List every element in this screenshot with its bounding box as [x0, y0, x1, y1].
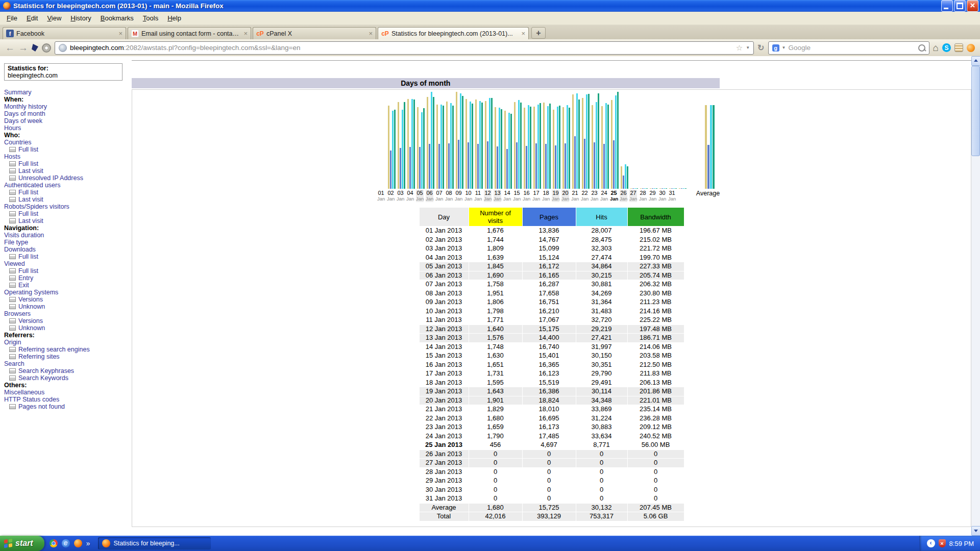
bar-pages [468, 142, 469, 189]
sidebar-item-days-of-week[interactable]: Days of week [4, 117, 132, 124]
table-cell: 27 Jan 2013 [420, 459, 469, 467]
tab-close-icon[interactable]: × [521, 30, 525, 37]
sidebar-item-downloads[interactable]: Downloads [4, 246, 132, 253]
sidebar-item-http-status-codes[interactable]: HTTP Status codes [4, 396, 132, 403]
sidebar-item-summary[interactable]: Summary [4, 89, 132, 96]
addon-pen-icon[interactable] [32, 44, 38, 52]
sidebar-subitem-unknown[interactable]: Unknown [4, 303, 132, 310]
menu-history[interactable]: History [66, 13, 95, 23]
sidebar-subitem-last-visit[interactable]: Last visit [4, 196, 132, 203]
reload-icon[interactable]: ↻ [757, 43, 764, 53]
menu-bookmarks[interactable]: Bookmarks [96, 13, 138, 23]
menu-tools[interactable]: Tools [138, 13, 163, 23]
scroll-down-icon[interactable] [971, 526, 980, 536]
search-input[interactable]: Google [788, 44, 915, 52]
sidebar-item-countries[interactable]: Countries [4, 139, 132, 146]
sidebar-item-viewed[interactable]: Viewed [4, 260, 132, 267]
sidebar-item-days-of-month[interactable]: Days of month [4, 110, 132, 117]
firefox-quicklaunch-icon[interactable] [74, 539, 82, 547]
home-icon[interactable]: ⌂ [933, 43, 939, 53]
url-bar[interactable]: bleepingtech.com:2082/awstats.pl?config=… [55, 41, 754, 55]
tab-close-icon[interactable]: × [243, 30, 248, 37]
start-button[interactable]: start [0, 536, 44, 551]
sidebar-item-monthly-history[interactable]: Monthly history [4, 103, 132, 110]
sidebar-item-miscellaneous[interactable]: Miscellaneous [4, 389, 132, 396]
bookmark-star-icon[interactable]: ☆ [736, 43, 743, 53]
sidebar-item-browsers[interactable]: Browsers [4, 310, 132, 317]
sidebar-item-authenticated-users[interactable]: Authenticated users [4, 182, 132, 189]
chrome-icon[interactable] [50, 539, 58, 547]
url-dropdown-icon[interactable]: ▼ [746, 45, 750, 50]
chart-day-label: 06Jan [426, 190, 433, 202]
google-search-engine-icon[interactable] [772, 44, 779, 52]
addon-orange-icon[interactable] [967, 44, 975, 52]
sidebar-subitem-unknown[interactable]: Unknown [4, 324, 132, 332]
sidebar-item-origin[interactable]: Origin [4, 339, 132, 346]
sidebar-subitem-full-list[interactable]: Full list [4, 160, 132, 167]
sidebar-item-file-type[interactable]: File type [4, 239, 132, 246]
bar-hits [411, 99, 413, 189]
security-shield-icon[interactable] [939, 539, 946, 547]
sidebar-subitem-exit[interactable]: Exit [4, 282, 132, 289]
tab-cpanel-x[interactable]: cPanel X× [253, 27, 376, 39]
sidebar-subitem-unresolved-ip-address[interactable]: Unresolved IP Address [4, 174, 132, 182]
tray-chevron-icon[interactable] [927, 539, 935, 547]
tab-close-icon[interactable]: × [369, 30, 373, 37]
sidebar-subitem-full-list[interactable]: Full list [4, 189, 132, 196]
chart-day-label: 23Jan [591, 190, 598, 202]
sidebar-subitem-referring-search-engines[interactable]: Referring search engines [4, 346, 132, 353]
skype-addon-icon[interactable] [942, 43, 951, 52]
bar-pages [419, 147, 421, 189]
sidebar-subitem-full-list[interactable]: Full list [4, 210, 132, 217]
search-box[interactable]: ▼ Google [768, 41, 929, 55]
sidebar-item-search[interactable]: Search [4, 360, 132, 367]
tab-statistics-for-bleepingtech-co[interactable]: Statistics for bleepingtech.com (2013-01… [378, 27, 529, 39]
tab-facebook[interactable]: Facebook× [3, 27, 126, 39]
sidebar-subitem-pages-not-found[interactable]: Pages not found [4, 403, 132, 410]
sidebar-subitem-full-list[interactable]: Full list [4, 267, 132, 274]
search-engine-dropdown-icon[interactable]: ▼ [782, 45, 786, 50]
sidebar-subitem-last-visit[interactable]: Last visit [4, 167, 132, 174]
sidebar-item-robots-spiders-visitors[interactable]: Robots/Spiders visitors [4, 203, 132, 210]
minimize-button[interactable] [941, 0, 953, 12]
search-icon[interactable] [918, 44, 925, 52]
tab-email-using-contact-form-conta[interactable]: Email using contact form - contactbleepi… [128, 27, 251, 39]
addon-grid-icon[interactable] [954, 43, 963, 52]
vertical-scrollbar[interactable] [971, 56, 980, 536]
menu-file[interactable]: File [2, 13, 22, 23]
table-cell: 230.80 MB [628, 289, 684, 298]
sidebar-item-operating-systems[interactable]: Operating Systems [4, 289, 132, 296]
quicklaunch-overflow-icon[interactable]: » [86, 539, 90, 547]
bar-visits [436, 105, 438, 189]
sidebar-subitem-full-list[interactable]: Full list [4, 253, 132, 260]
chart-day-group [485, 98, 493, 189]
addon-wheel-icon[interactable] [42, 43, 51, 53]
close-button[interactable] [967, 0, 978, 12]
sidebar-item-hosts[interactable]: Hosts [4, 153, 132, 160]
url-text[interactable]: bleepingtech.com:2082/awstats.pl?config=… [70, 44, 733, 52]
sidebar-subitem-label: Versions [18, 317, 43, 324]
table-cell: 30,881 [576, 280, 627, 289]
sidebar-subitem-versions[interactable]: Versions [4, 296, 132, 303]
forward-button[interactable]: → [18, 43, 28, 53]
sidebar-subitem-search-keyphrases[interactable]: Search Keyphrases [4, 367, 132, 374]
new-tab-button[interactable]: + [531, 27, 546, 39]
menu-edit[interactable]: Edit [22, 13, 42, 23]
menu-help[interactable]: Help [163, 13, 186, 23]
tab-close-icon[interactable]: × [118, 30, 122, 37]
scrollbar-thumb[interactable] [971, 66, 980, 156]
sidebar-item-visits-duration[interactable]: Visits duration [4, 232, 132, 239]
internet-explorer-icon[interactable] [62, 539, 70, 547]
back-button[interactable]: ← [5, 43, 15, 53]
menu-view[interactable]: View [42, 13, 66, 23]
taskbar-task-button[interactable]: Statistics for bleeping... [98, 537, 211, 549]
sidebar-subitem-versions[interactable]: Versions [4, 317, 132, 324]
scroll-up-icon[interactable] [971, 56, 980, 66]
sidebar-subitem-search-keywords[interactable]: Search Keywords [4, 374, 132, 382]
sidebar-subitem-referring-sites[interactable]: Referring sites [4, 353, 132, 360]
sidebar-subitem-full-list[interactable]: Full list [4, 146, 132, 153]
sidebar-item-hours[interactable]: Hours [4, 124, 132, 132]
sidebar-subitem-entry[interactable]: Entry [4, 274, 132, 282]
sidebar-subitem-last-visit[interactable]: Last visit [4, 217, 132, 224]
maximize-button[interactable] [954, 0, 966, 12]
